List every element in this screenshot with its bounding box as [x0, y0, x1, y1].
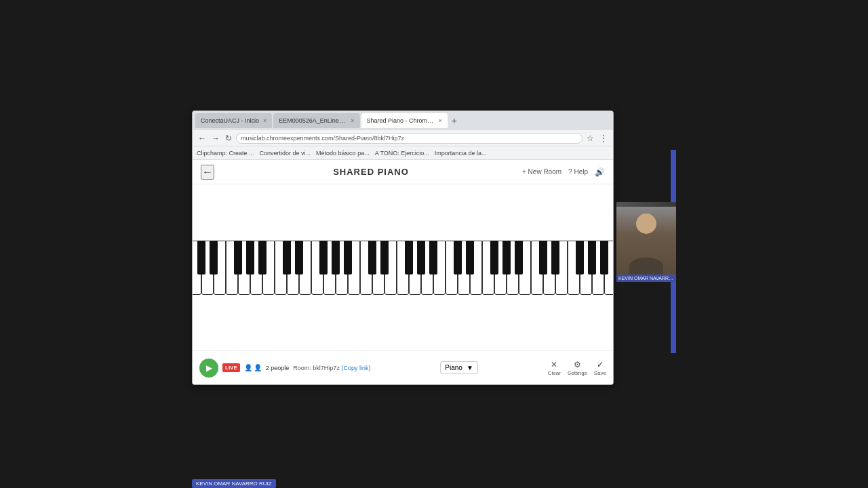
black-key-4-4[interactable]: [515, 241, 523, 274]
tab-close-icon[interactable]: ×: [263, 117, 267, 124]
room-id: bkl7Hip7z: [313, 365, 340, 371]
room-info: Room: bkl7Hip7z (Copy link): [293, 365, 370, 371]
new-room-button[interactable]: + New Room: [522, 168, 561, 176]
octave-4: [446, 241, 531, 295]
bookmark-metodo[interactable]: Método básico pa...: [316, 150, 370, 157]
black-key-3-3[interactable]: [417, 241, 425, 274]
black-key-4-2[interactable]: [490, 241, 498, 274]
play-button[interactable]: ▶: [199, 359, 218, 378]
clear-button[interactable]: ✕ Clear: [548, 360, 561, 376]
bookmark-atono[interactable]: A TONO: Ejercicio...: [375, 150, 429, 157]
octave-3: [360, 241, 446, 295]
forward-button[interactable]: →: [210, 134, 221, 143]
new-tab-button[interactable]: +: [449, 115, 460, 126]
black-key-2-0[interactable]: [283, 241, 291, 274]
black-key-3-4[interactable]: [429, 241, 437, 274]
chevron-down-icon: ▼: [467, 364, 473, 371]
black-key-3-0[interactable]: [368, 241, 376, 274]
tab-eem[interactable]: EEM000526A_EnLinea_230... ×: [273, 113, 359, 128]
reload-button[interactable]: ↻: [224, 134, 233, 143]
browser-window: ConectaUACJ - Inicio × EEM000526A_EnLine…: [192, 110, 614, 385]
black-key-4-3[interactable]: [502, 241, 511, 274]
webcam-video: KEVIN OMAR NAVARRO R...: [616, 202, 676, 282]
help-label: ? Help: [568, 168, 588, 176]
black-key-3-1[interactable]: [380, 241, 389, 274]
user-icon-2: 👤: [254, 364, 262, 371]
back-button[interactable]: ←: [197, 134, 208, 143]
black-key-2-4[interactable]: [344, 241, 352, 274]
black-key-2-3[interactable]: [332, 241, 340, 274]
room-label: Room:: [293, 365, 311, 371]
tab-label: ConectaUACJ - Inicio: [201, 117, 259, 124]
app-header: ← SHARED PIANO + New Room ? Help 🔊: [193, 160, 613, 184]
black-key-4-0[interactable]: [454, 241, 462, 274]
user-icons: 👤 👤: [244, 364, 262, 371]
page-title: SHARED PIANO: [333, 167, 409, 177]
user-name-bar: KEVIN OMAR NAVARRO RUIZ: [192, 479, 276, 488]
checkmark-icon: ✓: [597, 360, 604, 369]
bookmark-importancia[interactable]: Importancia de la...: [435, 150, 487, 157]
tab-label: EEM000526A_EnLinea_230...: [279, 117, 347, 124]
address-bar: ← → ↻ musiclab.chromeexperiments.com/Sha…: [193, 130, 613, 146]
black-key-5-4[interactable]: [600, 241, 608, 274]
instrument-selector[interactable]: Piano ▼: [440, 361, 477, 374]
black-key-1-2[interactable]: [234, 241, 242, 274]
instrument-label: Piano: [445, 364, 462, 371]
black-key-3-2[interactable]: [405, 241, 413, 274]
bottom-bar: ▶ LIVE 👤 👤 2 people Room: bkl7Hip7z (Cop…: [193, 350, 613, 384]
tab-shared-piano[interactable]: Shared Piano - Chrome Mus... ×: [361, 113, 448, 128]
octave-2: [275, 241, 360, 295]
black-key-4-1[interactable]: [466, 241, 474, 274]
black-key-2-2[interactable]: [319, 241, 328, 274]
black-key-5-2[interactable]: [576, 241, 584, 274]
black-key-5-1[interactable]: [551, 241, 559, 274]
piano-keyboard[interactable]: [193, 241, 613, 295]
clear-label: Clear: [548, 370, 561, 376]
app-content: ← SHARED PIANO + New Room ? Help 🔊 ▶: [193, 160, 613, 384]
bookmarks-bar: Clipchamp: Create ... Convertidor de vi.…: [193, 146, 613, 160]
gear-icon: ⚙: [574, 360, 581, 369]
black-key-1-1[interactable]: [210, 241, 218, 274]
tab-close-icon[interactable]: ×: [439, 117, 442, 124]
volume-button[interactable]: 🔊: [595, 167, 605, 177]
new-room-label: + New Room: [522, 168, 561, 176]
tab-conecta[interactable]: ConectaUACJ - Inicio ×: [195, 113, 272, 128]
piano-area: [193, 184, 613, 350]
menu-button[interactable]: ⋮: [598, 134, 609, 143]
black-key-5-0[interactable]: [539, 241, 547, 274]
webcam-user-label: KEVIN OMAR NAVARRO R...: [616, 274, 676, 282]
copy-link-button[interactable]: (Copy link): [341, 365, 370, 371]
black-key-1-3[interactable]: [246, 241, 254, 274]
tab-label: Shared Piano - Chrome Mus...: [367, 117, 435, 124]
black-key-1-4[interactable]: [258, 241, 267, 274]
bookmark-button[interactable]: ☆: [585, 134, 595, 143]
octave-5: [531, 241, 613, 295]
settings-label: Settings: [568, 370, 587, 376]
app-back-button[interactable]: ←: [201, 165, 214, 180]
header-left: ←: [201, 165, 220, 180]
black-key-1-0[interactable]: [197, 241, 205, 274]
help-button[interactable]: ? Help: [568, 168, 588, 176]
live-badge: LIVE: [222, 363, 240, 372]
settings-button[interactable]: ⚙ Settings: [568, 360, 587, 376]
header-right: + New Room ? Help 🔊: [522, 167, 605, 177]
people-count: 2 people: [266, 365, 290, 371]
octave-1: [193, 241, 275, 295]
webcam-panel: KEVIN OMAR NAVARRO R...: [616, 202, 676, 282]
bottom-right: ✕ Clear ⚙ Settings ✓ Save: [548, 360, 606, 376]
url-text: musiclab.chromeexperiments.com/Shared-Pi…: [241, 135, 404, 142]
save-label: Save: [594, 370, 606, 376]
bookmark-convertidor[interactable]: Convertidor de vi...: [260, 150, 311, 157]
tab-bar: ConectaUACJ - Inicio × EEM000526A_EnLine…: [193, 111, 613, 130]
user-icon-1: 👤: [244, 364, 252, 371]
tab-close-icon[interactable]: ×: [351, 117, 354, 124]
save-button[interactable]: ✓ Save: [594, 360, 606, 376]
bottom-left: ▶ LIVE 👤 👤 2 people Room: bkl7Hip7z (Cop…: [199, 359, 370, 378]
url-bar[interactable]: musiclab.chromeexperiments.com/Shared-Pi…: [236, 133, 583, 144]
clear-icon: ✕: [551, 360, 557, 369]
black-key-2-1[interactable]: [295, 241, 303, 274]
webcam-person-visual: [616, 207, 676, 274]
bookmark-clipchamp[interactable]: Clipchamp: Create ...: [197, 150, 254, 157]
black-key-5-3[interactable]: [588, 241, 596, 274]
